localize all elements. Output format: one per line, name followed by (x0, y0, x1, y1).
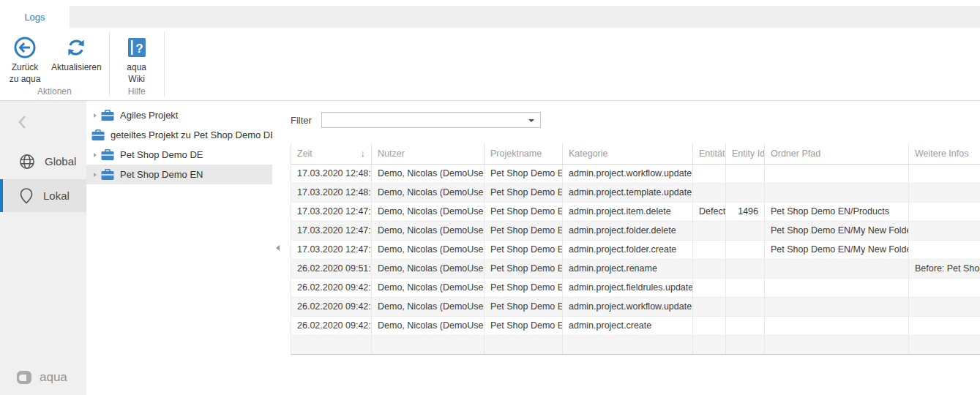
table-cell[interactable]: Demo, Nicolas (DemoUser) (372, 164, 485, 183)
tree-item[interactable]: Agiles Projekt (86, 105, 272, 125)
table-cell[interactable]: admin.project.template.update (563, 183, 693, 202)
table-row[interactable]: 17.03.2020 12:47:15Demo, Nicolas (DemoUs… (291, 240, 980, 259)
table-cell[interactable] (909, 183, 980, 202)
table-cell[interactable]: admin.project.folder.create (563, 240, 693, 259)
table-cell[interactable] (726, 297, 765, 316)
table-cell[interactable]: Demo, Nicolas (DemoUser) (372, 259, 485, 278)
table-cell[interactable] (765, 259, 909, 278)
table-cell[interactable]: Demo, Nicolas (DemoUser) (372, 240, 485, 259)
expand-arrow-icon[interactable] (90, 173, 100, 177)
table-cell[interactable] (563, 335, 693, 354)
table-cell[interactable] (909, 278, 980, 297)
table-cell[interactable]: Pet Shop Demo EN (485, 221, 563, 240)
table-cell[interactable]: Pet Shop Demo EN (485, 278, 563, 297)
table-cell[interactable]: 26.02.2020 09:42:13 (291, 278, 372, 297)
table-cell[interactable]: admin.project.rename (563, 259, 693, 278)
table-cell[interactable] (726, 259, 765, 278)
panel-splitter[interactable] (272, 101, 283, 395)
table-cell[interactable]: Pet Shop Demo EN (485, 202, 563, 221)
table-cell[interactable]: 17.03.2020 12:47:26 (291, 221, 372, 240)
table-cell[interactable]: Pet Shop Demo EN/Products (765, 202, 909, 221)
table-cell[interactable]: 1496 (726, 202, 765, 221)
table-row[interactable]: 17.03.2020 12:48:34Demo, Nicolas (DemoUs… (291, 164, 980, 183)
table-cell[interactable]: Pet Shop Demo EN (485, 259, 563, 278)
back-to-aqua-button[interactable]: Zurück zu aqua (4, 31, 45, 86)
table-row[interactable]: 26.02.2020 09:42:12Demo, Nicolas (DemoUs… (291, 316, 980, 335)
table-cell[interactable]: admin.project.workflow.update (563, 297, 693, 316)
column-header[interactable]: Weitere Infos (909, 143, 980, 164)
table-cell[interactable] (909, 297, 980, 316)
table-cell[interactable] (909, 221, 980, 240)
filter-combobox[interactable] (321, 112, 541, 128)
sidebar-item-lokal[interactable]: Lokal (0, 179, 86, 212)
table-cell[interactable] (909, 335, 980, 354)
table-cell[interactable] (909, 202, 980, 221)
column-header[interactable]: Zeit↓ (291, 143, 372, 164)
column-header[interactable]: Ordner Pfad (765, 143, 909, 164)
tree-item[interactable]: Pet Shop Demo EN (86, 165, 272, 184)
tab-logs[interactable]: Logs (0, 6, 70, 28)
sidebar-item-global[interactable]: Global (0, 145, 86, 178)
table-cell[interactable] (765, 335, 909, 354)
table-cell[interactable] (693, 297, 726, 316)
table-cell[interactable]: admin.project.create (563, 316, 693, 335)
table-cell[interactable]: 26.02.2020 09:42:12 (291, 316, 372, 335)
table-cell[interactable]: Defect (693, 202, 726, 221)
table-cell[interactable] (765, 297, 909, 316)
column-header[interactable]: Nutzer (372, 143, 485, 164)
table-cell[interactable] (693, 183, 726, 202)
table-cell[interactable]: Demo, Nicolas (DemoUser) (372, 316, 485, 335)
table-cell[interactable]: 17.03.2020 12:47:56 (291, 202, 372, 221)
column-header[interactable]: Entity Id (726, 143, 765, 164)
table-cell[interactable] (372, 335, 485, 354)
table-cell[interactable] (693, 335, 726, 354)
table-row[interactable]: 17.03.2020 12:48:34Demo, Nicolas (DemoUs… (291, 183, 980, 202)
table-cell[interactable] (765, 164, 909, 183)
refresh-button[interactable]: Aktualisieren (48, 31, 105, 75)
table-cell[interactable]: Demo, Nicolas (DemoUser) (372, 221, 485, 240)
table-cell[interactable]: Pet Shop Demo EN (485, 240, 563, 259)
table-row[interactable] (291, 335, 980, 354)
table-cell[interactable] (909, 316, 980, 335)
table-cell[interactable]: Pet Shop Demo EN/My New Folder (765, 221, 909, 240)
table-cell[interactable] (291, 335, 372, 354)
table-cell[interactable]: 17.03.2020 12:48:34 (291, 164, 372, 183)
table-cell[interactable] (485, 335, 563, 354)
table-row[interactable]: 17.03.2020 12:47:26Demo, Nicolas (DemoUs… (291, 221, 980, 240)
aqua-wiki-button[interactable]: ? aqua Wiki (119, 31, 155, 86)
table-cell[interactable] (726, 278, 765, 297)
table-cell[interactable]: admin.project.fieldrules.update (563, 278, 693, 297)
tree-item[interactable]: Pet Shop Demo DE (86, 145, 272, 165)
sidebar-collapse-button[interactable] (0, 101, 86, 143)
table-cell[interactable]: admin.project.item.delete (563, 202, 693, 221)
table-cell[interactable] (909, 240, 980, 259)
table-cell[interactable] (726, 221, 765, 240)
table-cell[interactable] (765, 316, 909, 335)
table-cell[interactable]: 17.03.2020 12:47:15 (291, 240, 372, 259)
table-cell[interactable]: Pet Shop Demo EN (485, 164, 563, 183)
table-cell[interactable] (726, 240, 765, 259)
table-cell[interactable] (693, 259, 726, 278)
table-cell[interactable] (693, 164, 726, 183)
table-cell[interactable]: admin.project.folder.delete (563, 221, 693, 240)
table-cell[interactable]: Before: Pet Shop (909, 259, 980, 278)
table-cell[interactable]: Pet Shop Demo EN (485, 297, 563, 316)
expand-arrow-icon[interactable] (90, 153, 100, 157)
table-cell[interactable]: admin.project.workflow.update (563, 164, 693, 183)
column-header[interactable]: Projektname (485, 143, 563, 164)
table-cell[interactable]: Pet Shop Demo EN (485, 316, 563, 335)
table-cell[interactable]: 17.03.2020 12:48:34 (291, 183, 372, 202)
column-header[interactable]: Kategorie (563, 143, 693, 164)
table-cell[interactable]: Pet Shop Demo EN (485, 183, 563, 202)
table-cell[interactable]: Pet Shop Demo EN/My New Folder (765, 240, 909, 259)
table-cell[interactable] (693, 240, 726, 259)
table-row[interactable]: 17.03.2020 12:47:56Demo, Nicolas (DemoUs… (291, 202, 980, 221)
table-row[interactable]: 26.02.2020 09:51:41Demo, Nicolas (DemoUs… (291, 259, 980, 278)
table-cell[interactable] (909, 164, 980, 183)
table-cell[interactable] (693, 316, 726, 335)
expand-arrow-icon[interactable] (90, 113, 100, 118)
table-cell[interactable]: Demo, Nicolas (DemoUser) (372, 202, 485, 221)
table-cell[interactable] (765, 278, 909, 297)
table-cell[interactable]: 26.02.2020 09:42:13 (291, 297, 372, 316)
column-header[interactable]: Entität (693, 143, 726, 164)
